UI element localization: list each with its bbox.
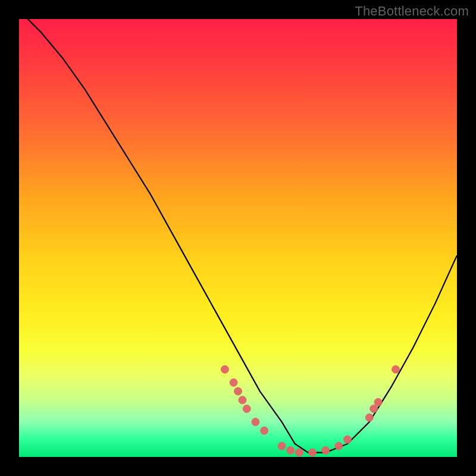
marker-dot: [243, 405, 250, 413]
marker-dot: [296, 449, 303, 456]
marker-dot: [322, 447, 330, 455]
marker-group: [221, 365, 399, 456]
marker-dot: [230, 378, 237, 386]
marker-dot: [392, 365, 400, 373]
watermark-text: TheBottleneck.com: [355, 4, 469, 19]
marker-dot: [287, 447, 295, 455]
curve-svg: [19, 19, 457, 457]
marker-dot: [370, 405, 378, 413]
marker-dot: [365, 414, 373, 421]
bottleneck-curve-path: [19, 19, 457, 453]
marker-dot: [344, 436, 352, 443]
marker-dot: [278, 442, 286, 450]
marker-dot: [335, 442, 343, 450]
marker-dot: [261, 427, 268, 434]
chart-container: TheBottleneck.com: [0, 0, 476, 476]
marker-dot: [309, 449, 317, 456]
marker-dot: [252, 418, 259, 426]
marker-dot: [239, 396, 246, 404]
marker-dot: [221, 365, 228, 373]
marker-dot: [374, 399, 382, 406]
marker-dot: [234, 387, 242, 395]
plot-area: [19, 19, 457, 457]
